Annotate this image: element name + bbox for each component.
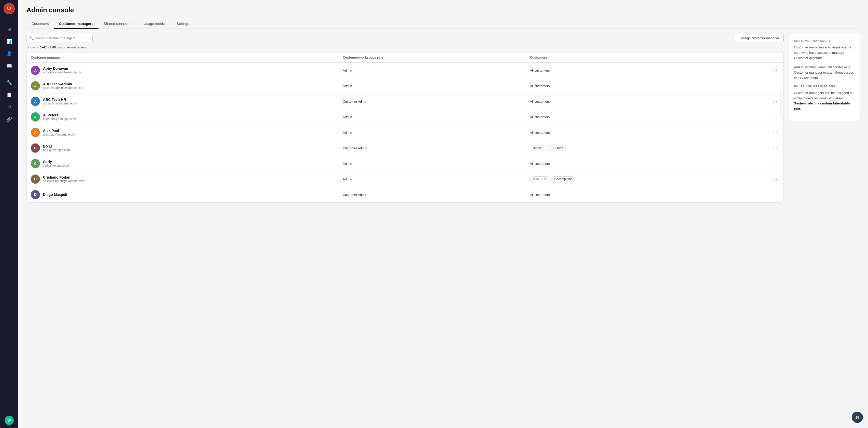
avatar: A [31, 128, 40, 137]
user-cell: A Abby Donovan abby.donovan@example.com [31, 66, 343, 75]
user-avatar[interactable]: W [5, 416, 14, 425]
user-name: Cristiano Forlán [43, 175, 84, 179]
user-name: ABC Tech-HR [43, 97, 79, 102]
main-content: Admin console Customers Customer manager… [18, 0, 868, 428]
col-header-actions [764, 56, 779, 59]
customer-tag: ABC Tech [547, 145, 566, 151]
remove-customer-manager-item[interactable]: 🗑️ Remove customer manager [781, 103, 783, 116]
avatar: A [31, 66, 40, 75]
avatar: A [31, 81, 40, 90]
user-email: bo.li@example.com [43, 148, 70, 152]
actions-cell: ⋯ [764, 191, 779, 198]
notification-badge[interactable]: 29 [852, 412, 863, 423]
sort-arrow-icon: ↑ [62, 56, 64, 59]
user-cell: B Bo Li bo.li@example.com [31, 143, 343, 152]
customers-cell: All customers [530, 84, 764, 88]
table-row: D Diego Máspoli Customer Admin All custo… [27, 187, 783, 202]
row-actions-button[interactable]: ⋯ [771, 97, 779, 105]
info-section-title-1: CUSTOMER MANAGERS [794, 39, 855, 42]
sidebar-icon-link[interactable]: 🔗 [4, 114, 15, 125]
content-area: 🔍 + Assign customer manager Showing 1–25… [27, 34, 860, 203]
actions-cell: ⋯ [764, 175, 779, 183]
avatar: A [31, 112, 40, 121]
info-text-1: Customer managers are people in your tea… [794, 45, 855, 61]
user-cell: A ABC Tech-HR abctech.hr@example.com [31, 97, 343, 106]
toolbar: 🔍 + Assign customer manager [27, 34, 783, 42]
role-text: Customer Admin [343, 146, 530, 150]
tab-bar: Customers Customer managers Shared conne… [27, 19, 860, 29]
customer-tag: Nutech [530, 145, 545, 151]
row-actions-button[interactable]: ⋯ [771, 66, 779, 74]
user-cell: C Carly carly.@example.com [31, 159, 343, 168]
tab-usage-metrics[interactable]: Usage metrics [139, 19, 172, 29]
user-email: abctech.hr@example.com [43, 102, 79, 105]
col-header-customers: Customers [530, 56, 764, 59]
sidebar-icon-gear[interactable]: ⚙ [4, 102, 15, 113]
app-logo[interactable]: 🛡 [4, 3, 15, 14]
user-name: Al Peters [43, 113, 76, 117]
user-cell: A Alex Paul alex.paul@example.com [31, 128, 343, 137]
avatar: C [31, 174, 40, 184]
search-wrapper: 🔍 [27, 34, 93, 42]
customer-tag: ACME Co. [530, 176, 550, 182]
user-email: abctech.admin@example.com [43, 86, 84, 90]
row-actions-button[interactable]: ⋯ [771, 82, 779, 90]
table-row: A Abby Donovan abby.donovan@example.com … [27, 63, 783, 78]
user-name: Alex Paul [43, 129, 76, 133]
role-text: Admin [343, 68, 530, 73]
row-actions-button[interactable]: ⋯ [771, 191, 779, 198]
role-text: Admin [343, 162, 530, 166]
sidebar-icon-chart[interactable]: 📊 [4, 36, 15, 47]
sidebar-icon-book[interactable]: 📖 [4, 60, 15, 72]
actions-cell: ⋯ [764, 82, 779, 90]
customer-tag: Gocomputing [552, 176, 575, 182]
actions-cell: ⋯ [764, 160, 779, 167]
tab-shared-connectors[interactable]: Shared connectors [98, 19, 139, 29]
search-input[interactable] [27, 34, 93, 42]
row-actions-button[interactable]: ⋯ [771, 175, 779, 183]
table-row: C Carly carly.@example.com Admin All cus… [27, 156, 783, 171]
user-cell: C Cristiano Forlán cristiano.forlán@exam… [31, 174, 343, 184]
edit-customer-manager-item[interactable]: ✏️ Edit customer manager [781, 90, 783, 103]
user-email: cristiano.forlán@example.com [43, 179, 84, 183]
customers-cell: All customers [530, 193, 764, 197]
sidebar-divider-2 [4, 74, 14, 75]
dropdown-menu: ✏️ Edit customer manager 🗑️ Remove custo… [781, 88, 783, 117]
sidebar-icon-wrench[interactable]: 🔧 [4, 77, 15, 88]
row-actions-button[interactable]: ⋯ [771, 113, 779, 121]
customers-cell: Nutech ABC Tech [530, 145, 764, 151]
sidebar-icon-user[interactable]: 👤 [4, 48, 15, 59]
assign-customer-manager-button[interactable]: + Assign customer manager [734, 34, 784, 42]
tab-customer-managers[interactable]: Customer managers [54, 19, 98, 29]
table-row: C Cristiano Forlán cristiano.forlán@exam… [27, 171, 783, 187]
role-text: Admin [343, 84, 530, 88]
info-panel: CUSTOMER MANAGERS Customer managers are … [788, 34, 860, 203]
sidebar-icon-list[interactable]: 📋 [4, 89, 15, 101]
role-text: Customer Admin [343, 193, 530, 197]
col-header-manager[interactable]: Customer manager ↑ [31, 56, 343, 59]
avatar: A [31, 97, 40, 106]
user-name: Diego Máspoli [43, 193, 67, 197]
row-actions-button[interactable]: ⋯ [771, 160, 779, 167]
role-text: Admin [343, 177, 530, 181]
user-name: Carly [43, 160, 71, 164]
table-header: Customer manager ↑ Customer workspace ro… [27, 53, 783, 63]
customers-cell: All customers [530, 162, 764, 166]
customers-cell: All customers [530, 68, 764, 73]
sidebar-icon-grid[interactable]: ⊞ [4, 24, 15, 35]
user-email: alex.paul@example.com [43, 133, 76, 136]
user-name: Bo Li [43, 144, 70, 148]
sidebar: 🛡 ⊞ 📊 👤 📖 🔧 📋 ⚙ 🔗 W [0, 0, 18, 428]
user-email: carly.@example.com [43, 164, 71, 167]
row-actions-button[interactable]: ⋯ [771, 129, 779, 136]
tab-settings[interactable]: Settings [172, 19, 195, 29]
sidebar-divider-1 [4, 21, 14, 21]
actions-cell: ⋯ [764, 66, 779, 74]
row-actions-button[interactable]: ⋯ [771, 144, 779, 152]
actions-cell: ⋯ [764, 97, 779, 105]
tab-customers[interactable]: Customers [27, 19, 54, 29]
customers-cell: All customers [530, 115, 764, 119]
table-row: A Al Peters al.peters@example.com Admin … [27, 109, 783, 125]
showing-count-text: Showing 1–25 of 40 customer managers [27, 45, 783, 49]
actions-cell: ⋯ [764, 129, 779, 136]
